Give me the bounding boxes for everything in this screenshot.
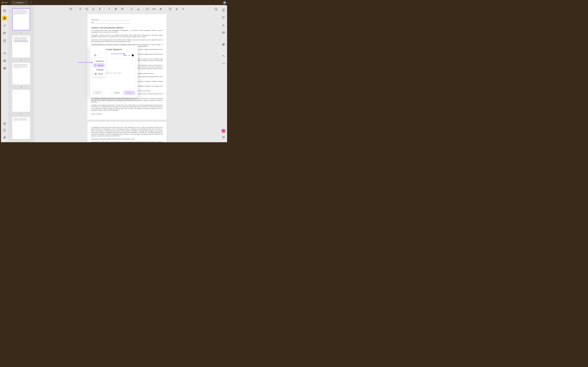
revised-date: Revised: 12/28/2014 [91, 113, 102, 115]
right-toolbar [220, 5, 227, 142]
stroke-wavy-icon[interactable]: 〰 [128, 54, 130, 57]
svg-line-34 [217, 10, 217, 11]
input-method-select[interactable]: ▾ [94, 54, 97, 57]
textbox-icon[interactable]: T [114, 7, 118, 11]
strikethrough-icon[interactable] [85, 7, 89, 11]
caret-down-icon: ▾ [97, 55, 97, 56]
client-name-field: Client Name: ___________________________… [91, 19, 163, 21]
svg-rect-37 [223, 17, 224, 18]
search-icon[interactable] [214, 7, 218, 11]
compare-tool[interactable] [2, 58, 7, 63]
cancel-button[interactable]: Cancel [111, 91, 122, 95]
text-icon[interactable] [107, 7, 111, 11]
svg-rect-4 [5, 32, 6, 33]
svg-rect-26 [153, 9, 155, 9]
svg-rect-11 [70, 8, 72, 10]
thumb-label-1: 1 [21, 32, 22, 34]
thumbnail-panel: CONTRACT FOR PHOTOGRAPHIC SERVICESLorem … [8, 5, 34, 142]
signature-icon[interactable] [181, 7, 185, 11]
thumb-label-4: 4 [21, 113, 22, 115]
export-icon[interactable] [221, 15, 226, 20]
svg-point-31 [176, 8, 177, 9]
thumbnail-page-5[interactable]: INFORMATION ABOUT YOUR PHOTOGRAPHY SESSI… [12, 117, 30, 139]
annotation-arrow-1 [78, 62, 93, 63]
svg-rect-5 [3, 33, 4, 34]
svg-text:T: T [99, 8, 100, 10]
thumb-label-3: 3 [21, 86, 22, 88]
svg-rect-14 [80, 9, 80, 10]
bookmark-tool[interactable] [2, 128, 7, 133]
attach-icon[interactable] [159, 7, 163, 11]
measure-icon[interactable]: ▾ [152, 7, 156, 11]
thumbnail-page-3[interactable]: Lorem ipsum dolor sit amet consectetur a… [12, 63, 30, 85]
svg-rect-42 [223, 136, 225, 138]
pencil-icon[interactable] [130, 7, 134, 11]
svg-text:T: T [115, 8, 116, 10]
print-icon[interactable] [221, 42, 226, 47]
tab-title: contract [16, 1, 23, 4]
create-button[interactable]: Create [124, 91, 135, 95]
svg-rect-45 [95, 55, 96, 56]
left-toolbar [1, 5, 8, 142]
clear-button[interactable]: Clear [93, 91, 103, 95]
edit-tool[interactable] [2, 24, 7, 28]
layers-tool[interactable] [2, 121, 7, 126]
svg-point-32 [183, 8, 184, 9]
annotation-toolbar: T T ▾ ▾ [69, 7, 185, 11]
squiggly-icon[interactable]: T [98, 7, 102, 11]
annotation-arrow-2 [111, 54, 125, 54]
modal-title: Create Signature [93, 48, 135, 51]
eraser-icon[interactable] [136, 7, 140, 11]
form-tool[interactable] [2, 39, 7, 43]
share-icon[interactable] [221, 23, 226, 27]
svg-rect-3 [3, 32, 4, 33]
note-icon[interactable] [69, 7, 73, 11]
input-method-dropdown: Keyboard Mouse Trackpad Photo [93, 58, 105, 77]
page-number: 1 [162, 113, 163, 115]
color-picker[interactable] [132, 54, 134, 56]
option-keyboard[interactable]: Keyboard [93, 59, 105, 63]
option-trackpad[interactable]: Trackpad [93, 67, 105, 72]
callout-icon[interactable] [121, 7, 124, 11]
properties-icon[interactable] [221, 135, 226, 140]
undo-icon[interactable] [221, 54, 226, 58]
user-avatar[interactable]: R [223, 1, 226, 4]
shape-icon[interactable]: ▾ [146, 7, 150, 11]
thumb-label-2: 2 [21, 59, 22, 61]
document-page-2: If Photographer cannot perform this Cont… [87, 122, 167, 142]
cloud-icon [13, 1, 15, 4]
stamp-icon[interactable] [175, 7, 179, 11]
save-icon[interactable] [221, 8, 226, 12]
thumbnail-page-4[interactable]: _____ _____ __________ _____ __________ … [12, 90, 30, 112]
svg-point-33 [215, 8, 217, 10]
reader-tool[interactable] [2, 8, 7, 13]
app-logo: UPDF [0, 1, 9, 4]
ai-assistant-button[interactable] [222, 129, 225, 133]
document-tab[interactable]: contract ✎ [11, 0, 28, 5]
svg-point-36 [223, 10, 224, 10]
redo-icon[interactable] [221, 61, 226, 66]
option-photo[interactable]: Photo [93, 72, 105, 76]
sticker-icon[interactable] [168, 7, 172, 11]
svg-rect-21 [121, 8, 123, 9]
edit-icon[interactable]: ✎ [25, 2, 26, 3]
contract-heading: CONTRACT FOR PHOTOGRAPHIC SERVICES [91, 27, 163, 29]
underline-icon[interactable] [91, 7, 95, 11]
thumbnail-page-1[interactable]: CONTRACT FOR PHOTOGRAPHIC SERVICESLorem … [12, 8, 30, 30]
create-signature-modal: Create Signature ▾ 〰 Keyboard Mouse Trac… [90, 46, 138, 98]
date-field: Date: __________________________________… [91, 22, 163, 24]
thumbnail-page-2[interactable]: Lorem ipsum dolor sit amet consectetur a… [12, 35, 30, 58]
redact-tool[interactable] [2, 66, 7, 71]
svg-rect-25 [146, 8, 148, 10]
svg-rect-8 [5, 60, 6, 62]
highlight-icon[interactable] [78, 7, 82, 11]
organize-tool[interactable] [2, 31, 7, 35]
comment-tool[interactable] [2, 16, 7, 20]
email-icon[interactable] [221, 30, 226, 35]
option-mouse[interactable]: Mouse [93, 63, 105, 67]
svg-rect-10 [4, 68, 5, 69]
svg-rect-7 [3, 60, 4, 62]
add-tab-button[interactable]: + [29, 1, 33, 4]
crop-tool[interactable] [2, 51, 7, 56]
attachment-tool[interactable] [2, 135, 7, 140]
